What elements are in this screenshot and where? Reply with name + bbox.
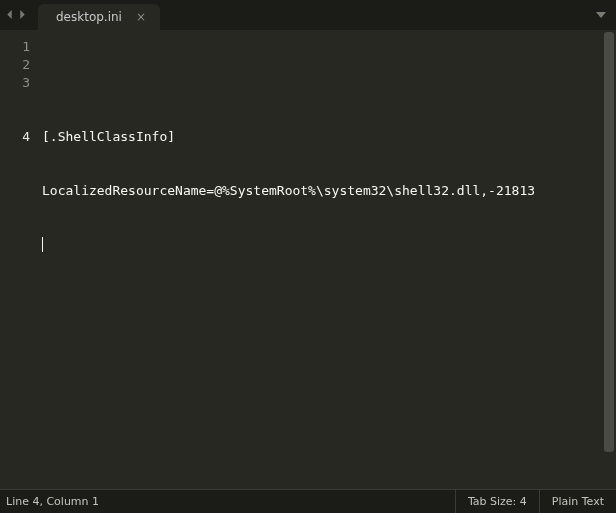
- close-icon[interactable]: ×: [136, 11, 146, 23]
- code-line: [42, 236, 610, 254]
- code-line: [.ShellClassInfo]: [42, 128, 610, 146]
- tab-dropdown-button[interactable]: [592, 6, 610, 24]
- status-tab-size[interactable]: Tab Size: 4: [455, 490, 539, 513]
- line-number: [0, 92, 30, 128]
- line-number: 3: [0, 74, 30, 92]
- line-number: 1: [0, 38, 30, 56]
- code-line: LocalizedResourceName=@%SystemRoot%\syst…: [42, 182, 562, 200]
- line-number: 2: [0, 56, 30, 74]
- line-number-gutter: 1 2 3 4: [0, 30, 38, 489]
- back-icon[interactable]: [4, 9, 17, 22]
- text-cursor: [42, 237, 43, 252]
- tab-title: desktop.ini: [56, 10, 122, 24]
- editor-window: desktop.ini × 1 2 3 4 [.ShellClassInfo] …: [0, 0, 616, 513]
- scrollbar-thumb[interactable]: [604, 32, 614, 452]
- vertical-scrollbar[interactable]: [604, 32, 614, 504]
- forward-icon[interactable]: [17, 9, 30, 22]
- status-bar: Line 4, Column 1 Tab Size: 4 Plain Text: [0, 489, 616, 513]
- tab-bar: desktop.ini ×: [0, 0, 616, 30]
- code-area[interactable]: [.ShellClassInfo] LocalizedResourceName=…: [38, 30, 616, 489]
- tab-desktop-ini[interactable]: desktop.ini ×: [38, 4, 160, 30]
- code-editor[interactable]: 1 2 3 4 [.ShellClassInfo] LocalizedResou…: [0, 30, 616, 489]
- tab-history-nav: [0, 9, 30, 22]
- status-cursor-position: Line 4, Column 1: [0, 490, 111, 513]
- line-number: 4: [0, 128, 30, 146]
- code-line: [42, 74, 610, 92]
